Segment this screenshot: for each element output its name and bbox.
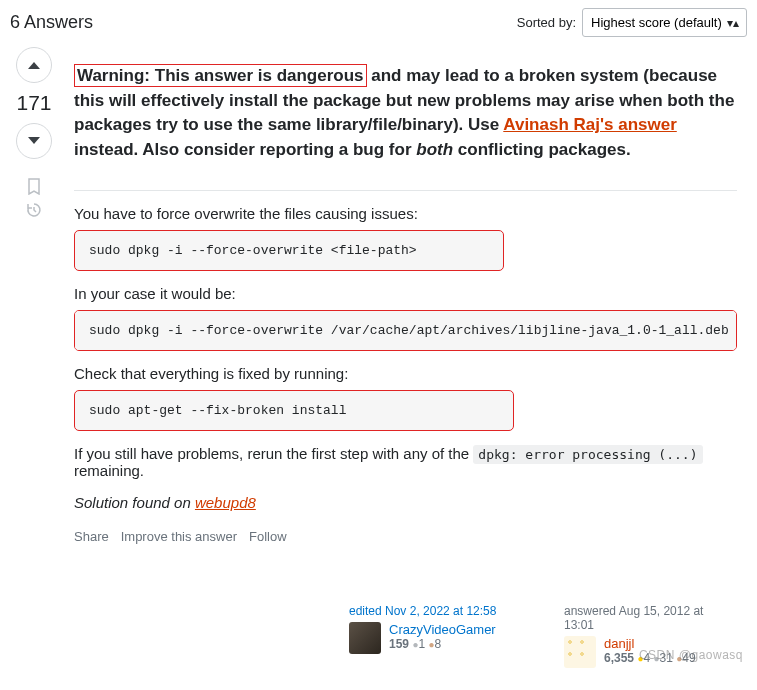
- editor-username[interactable]: CrazyVideoGamer: [389, 622, 496, 637]
- answered-timestamp: answered Aug 15, 2012 at 13:01: [564, 604, 733, 632]
- inline-code-dpkg-error: dpkg: error processing (...): [473, 445, 702, 464]
- editor-avatar[interactable]: [349, 622, 381, 654]
- author-stats: 6,355 ●4 ●31 ●49: [604, 651, 696, 665]
- paragraph-rerun: If you still have problems, rerun the fi…: [74, 445, 737, 479]
- author-card: answered Aug 15, 2012 at 13:01 danjjl 6,…: [556, 598, 741, 674]
- downvote-button[interactable]: [16, 123, 52, 159]
- share-link[interactable]: Share: [74, 529, 109, 544]
- bookmark-icon[interactable]: [25, 177, 43, 195]
- sort-select[interactable]: Highest score (default): [582, 8, 747, 37]
- author-avatar[interactable]: [564, 636, 596, 668]
- solution-source: Solution found on webupd8: [74, 494, 737, 511]
- code-fix-broken[interactable]: sudo apt-get --fix-broken install: [74, 390, 514, 431]
- paragraph-force-overwrite: You have to force overwrite the files ca…: [74, 205, 737, 222]
- edited-timestamp[interactable]: edited Nov 2, 2022 at 12:58: [349, 604, 518, 618]
- sorted-by-label: Sorted by:: [517, 15, 576, 30]
- paragraph-check-fixed: Check that everything is fixed by runnin…: [74, 365, 737, 382]
- warning-highlight: Warning: This answer is dangerous: [74, 64, 367, 87]
- webupd8-link[interactable]: webupd8: [195, 494, 256, 511]
- code-force-overwrite-template[interactable]: sudo dpkg -i --force-overwrite <file-pat…: [74, 230, 504, 271]
- code-force-overwrite-example[interactable]: sudo dpkg -i --force-overwrite /var/cach…: [74, 310, 737, 351]
- paragraph-your-case: In your case it would be:: [74, 285, 737, 302]
- avinash-raj-link[interactable]: Avinash Raj's answer: [503, 115, 677, 134]
- improve-answer-link[interactable]: Improve this answer: [121, 529, 237, 544]
- upvote-button[interactable]: [16, 47, 52, 83]
- author-username[interactable]: danjjl: [604, 636, 696, 651]
- editor-stats: 159 ●1 ●8: [389, 637, 496, 651]
- warning-paragraph: Warning: This answer is dangerous and ma…: [74, 64, 737, 163]
- editor-card: edited Nov 2, 2022 at 12:58 CrazyVideoGa…: [341, 598, 526, 674]
- caret-down-icon: [27, 136, 41, 146]
- answers-count: 6 Answers: [10, 12, 93, 33]
- history-icon[interactable]: [25, 201, 43, 219]
- vote-score: 171: [16, 91, 51, 115]
- follow-link[interactable]: Follow: [249, 529, 287, 544]
- caret-up-icon: [27, 60, 41, 70]
